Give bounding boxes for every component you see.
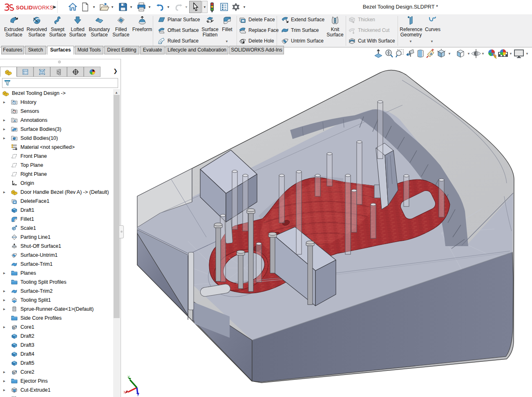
svg-text:A: A [430, 52, 433, 56]
svg-text:Y: Y [127, 375, 130, 379]
svg-text:WORKS: WORKS [33, 4, 53, 11]
svg-text:X: X [123, 390, 126, 394]
svg-text:SOLID: SOLID [16, 4, 33, 11]
